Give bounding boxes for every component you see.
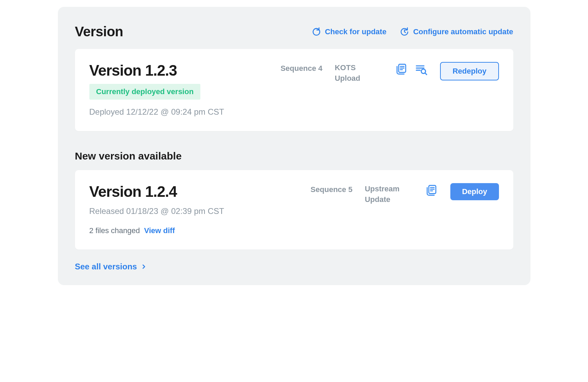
see-all-versions-link[interactable]: See all versions [75, 262, 147, 271]
current-action-icons [395, 62, 428, 76]
new-version-title: Version 1.2.4 [89, 183, 302, 200]
check-update-label: Check for update [325, 27, 387, 36]
chevron-right-icon [140, 263, 147, 270]
new-version-card: Version 1.2.4 Released 01/18/23 @ 02:39 … [75, 170, 513, 250]
current-version-card: Version 1.2.3 Currently deployed version… [75, 49, 513, 131]
refresh-icon [312, 27, 321, 36]
new-action-icons [425, 183, 438, 197]
deploy-button[interactable]: Deploy [450, 183, 499, 200]
configure-auto-update-label: Configure automatic update [413, 27, 513, 36]
panel-title: Version [75, 24, 123, 39]
current-sequence-label: Sequence 4 [280, 62, 322, 73]
check-update-link[interactable]: Check for update [312, 27, 387, 36]
deployed-timestamp: Deployed 12/12/22 @ 09:24 pm CST [89, 107, 273, 117]
new-sequence-label: Sequence 5 [311, 183, 352, 194]
deployed-badge: Currently deployed version [89, 84, 201, 100]
svg-line-8 [425, 73, 427, 75]
current-source-label: KOTS Upload [335, 62, 383, 84]
current-version-title: Version 1.2.3 [89, 62, 273, 79]
release-notes-icon[interactable] [395, 63, 408, 76]
clock-refresh-icon [400, 27, 409, 36]
panel-header: Version Check for update [75, 24, 513, 39]
new-version-heading: New version available [75, 150, 513, 162]
header-actions: Check for update Configure automatic upd… [312, 27, 513, 36]
released-timestamp: Released 01/18/23 @ 02:39 pm CST [89, 206, 302, 216]
see-all-versions-label: See all versions [75, 262, 137, 271]
redeploy-button[interactable]: Redeploy [440, 62, 499, 80]
view-diff-link[interactable]: View diff [144, 226, 175, 235]
files-changed-label: 2 files changed [89, 226, 140, 235]
configure-auto-update-link[interactable]: Configure automatic update [400, 27, 513, 36]
release-notes-icon[interactable] [425, 184, 438, 197]
new-source-label: Upstream Update [365, 183, 413, 205]
version-panel: Version Check for update [58, 7, 530, 285]
view-logs-icon[interactable] [415, 63, 428, 76]
diff-summary: 2 files changed View diff [89, 226, 302, 235]
